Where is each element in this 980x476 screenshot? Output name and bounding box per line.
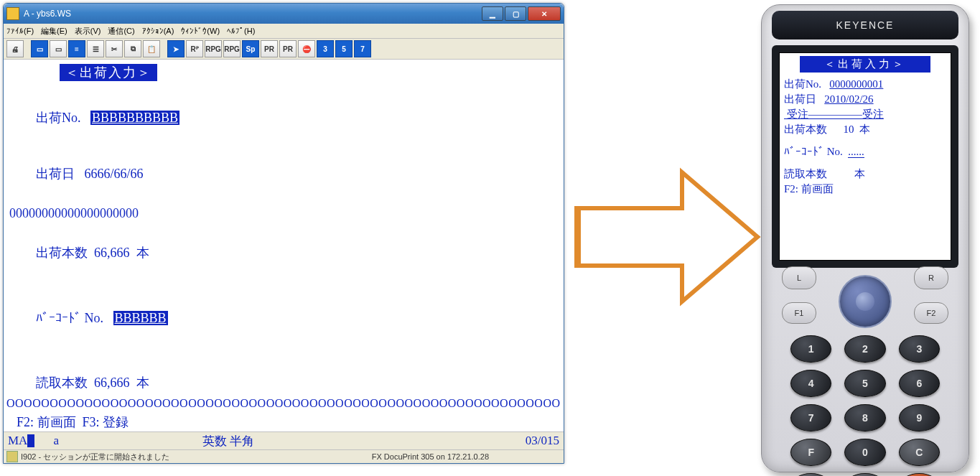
- d-fkey-hint: F2: 前画面: [784, 182, 946, 197]
- ship-date-value: 6666/66/66: [85, 167, 144, 181]
- ship-qty-unit: 本: [136, 246, 149, 260]
- d-barcode-label: ﾊﾞｰｺｰﾄﾞ No.: [784, 146, 843, 157]
- printer-info: FX DocuPrint 305 on 172.21.0.28: [372, 452, 489, 461]
- key-1[interactable]: 1: [790, 335, 831, 363]
- menu-view[interactable]: 表示(V): [75, 26, 101, 37]
- toolbar: 🖨 ▭ ▭ ≡ ☰ ✂ ⧉ 📋 ➤ Rᴾ RPG RPG Sp PR PR ⛔ …: [4, 39, 564, 60]
- d-read-qty-label: 読取本数: [784, 168, 827, 179]
- cut-icon[interactable]: ✂: [106, 40, 123, 57]
- d-order-line: 受注―――――受注: [784, 107, 946, 122]
- read-qty-unit: 本: [136, 375, 149, 390]
- screen-same-icon[interactable]: ≡: [68, 40, 85, 57]
- menu-file[interactable]: ﾌｧｲﾙ(F): [6, 27, 34, 35]
- session-icon: [6, 451, 18, 462]
- key-6[interactable]: 6: [899, 370, 940, 397]
- ship-date-label: 出荷日: [36, 167, 75, 181]
- overlay-icon[interactable]: ☰: [87, 40, 104, 57]
- arrow-icon: [574, 165, 761, 309]
- close-button[interactable]: ✕: [528, 6, 561, 21]
- menu-window[interactable]: ｳｨﾝﾄﾞｳ(W): [181, 27, 220, 35]
- d-barcode-value[interactable]: ......: [848, 146, 864, 158]
- ship-qty-value: 66,666: [94, 246, 130, 260]
- key-2[interactable]: 2: [844, 335, 885, 363]
- barcode-label: ﾊﾞｰｺｰﾄﾞ No.: [36, 311, 103, 325]
- emulator-window: A - ybs6.WS ▁ ▢ ✕ ﾌｧｲﾙ(F) 編集(E) 表示(V) 通信…: [3, 3, 564, 464]
- pr2-icon[interactable]: PR: [279, 40, 297, 57]
- key-4[interactable]: 4: [790, 370, 831, 397]
- key-0[interactable]: 0: [844, 439, 885, 466]
- d-ship-qty-value: 10: [844, 123, 854, 135]
- d-ship-date-value: 2010/02/26: [824, 93, 873, 105]
- menu-help[interactable]: ﾍﾙﾌﾟ(H): [227, 27, 255, 35]
- input-mode: 英数 半角: [202, 433, 254, 449]
- paste-icon[interactable]: 📋: [143, 40, 160, 57]
- device-brand: KEYENCE: [772, 11, 958, 39]
- zeros-line: 00000000000000000000: [9, 205, 551, 222]
- macro-icon[interactable]: Rᴾ: [186, 40, 203, 57]
- d-ship-qty-unit: 本: [859, 123, 870, 135]
- send-icon[interactable]: ➤: [167, 40, 185, 57]
- key-dot[interactable]: ·: [844, 473, 885, 476]
- menu-comm[interactable]: 通信(C): [108, 26, 134, 37]
- status-MA: MA: [8, 434, 27, 448]
- read-qty-label: 読取本数: [36, 375, 88, 390]
- menu-action[interactable]: ｱｸｼｮﾝ(A): [142, 27, 174, 35]
- d7-icon[interactable]: 7: [354, 40, 371, 57]
- session-message: I902 - セッションが正常に開始されました: [21, 452, 169, 462]
- screen-header: ＜出荷入力＞: [60, 64, 157, 81]
- handheld-device: KEYENCE ＜出荷入力＞ 出荷No. 0000000001 出荷日 2010…: [761, 4, 968, 471]
- ship-no-label: 出荷No.: [36, 111, 81, 125]
- softkey-right[interactable]: R: [914, 266, 948, 289]
- rpg2-icon[interactable]: RPG: [223, 40, 241, 57]
- key-9[interactable]: 9: [899, 404, 940, 431]
- window-title: A - ybs6.WS: [24, 9, 71, 19]
- key-3[interactable]: 3: [899, 335, 940, 363]
- pr1-icon[interactable]: PR: [261, 40, 278, 57]
- key-enter[interactable]: ENT: [899, 473, 940, 476]
- d5-icon[interactable]: 5: [335, 40, 353, 57]
- key-7[interactable]: 7: [790, 404, 831, 431]
- read-qty-value: 66,666: [94, 375, 130, 390]
- key-clear[interactable]: C: [899, 439, 940, 466]
- d-ship-qty-label: 出荷本数: [784, 123, 827, 135]
- device-header: ＜出荷入力＞: [800, 56, 930, 73]
- menu-edit[interactable]: 編集(E): [41, 26, 67, 37]
- device-screen-frame: ＜出荷入力＞ 出荷No. 0000000001 出荷日 2010/02/26 受…: [772, 45, 958, 268]
- maximize-button[interactable]: ▢: [505, 6, 526, 21]
- ship-no-value[interactable]: BBBBBBBBBB: [90, 111, 179, 125]
- fn-left[interactable]: F1: [782, 302, 816, 324]
- status-bar-input: MA a 英数 半角 03/015: [4, 431, 564, 449]
- menubar: ﾌｧｲﾙ(F) 編集(E) 表示(V) 通信(C) ｱｸｼｮﾝ(A) ｳｨﾝﾄﾞ…: [4, 24, 564, 39]
- fn-right[interactable]: F2: [914, 302, 948, 324]
- status-bar-session: I902 - セッションが正常に開始されました FX DocuPrint 305…: [4, 449, 564, 463]
- d-ship-date-label: 出荷日: [784, 93, 816, 105]
- key-5[interactable]: 5: [844, 370, 885, 397]
- titlebar[interactable]: A - ybs6.WS ▁ ▢ ✕: [4, 4, 564, 24]
- cursor-position: 03/015: [526, 434, 559, 448]
- screen-b-icon[interactable]: ▭: [50, 40, 67, 57]
- device-screen: ＜出荷入力＞ 出荷No. 0000000001 出荷日 2010/02/26 受…: [779, 52, 951, 261]
- softkey-left[interactable]: L: [782, 266, 816, 289]
- dpad-center[interactable]: [856, 292, 874, 311]
- key-fn[interactable]: F: [790, 439, 831, 466]
- cursor-indicator: [27, 434, 34, 447]
- terminal-area[interactable]: ＜出荷入力＞ 出荷No. BBBBBBBBBB 出荷日 6666/66/66 0…: [4, 60, 564, 431]
- screen-a-icon[interactable]: ▭: [31, 40, 48, 57]
- d3-icon[interactable]: 3: [317, 40, 334, 57]
- keypad: 1 2 3 4 5 6 7 8 9 F 0 C BS · ENT: [790, 335, 940, 476]
- d-ship-no-value[interactable]: 0000000001: [829, 78, 883, 90]
- status-a: a: [53, 434, 59, 448]
- key-8[interactable]: 8: [844, 404, 885, 431]
- key-bs[interactable]: BS: [790, 473, 831, 476]
- fkey-hint: F2: 前画面 F3: 登録: [17, 414, 551, 431]
- d-read-qty-unit: 本: [854, 168, 865, 179]
- ship-qty-label: 出荷本数: [36, 246, 88, 260]
- print-icon[interactable]: 🖨: [6, 40, 24, 57]
- sp-icon[interactable]: Sp: [242, 40, 259, 57]
- dpad[interactable]: [839, 275, 892, 328]
- stop-icon[interactable]: ⛔: [298, 40, 315, 57]
- minimize-button[interactable]: ▁: [482, 6, 503, 21]
- barcode-value[interactable]: BBBBBB: [113, 311, 168, 325]
- rpg-icon[interactable]: RPG: [205, 40, 222, 57]
- copy-icon[interactable]: ⧉: [124, 40, 141, 57]
